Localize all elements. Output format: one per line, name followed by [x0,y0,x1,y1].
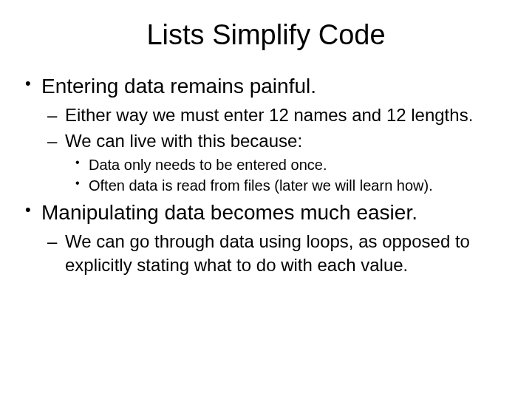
bullet-list-l2: Either way we must enter 12 names and 12… [41,103,511,195]
bullet-text: We can go through data using loops, as o… [65,231,470,274]
bullet-list-l2: We can go through data using loops, as o… [41,230,511,276]
bullet-text: Data only needs to be entered once. [89,157,327,173]
bullet-text: Often data is read from files (later we … [89,177,433,194]
bullet-text: Entering data remains painful. [41,75,316,98]
bullet-l2-item: Either way we must enter 12 names and 12… [44,103,511,126]
bullet-l2-item: We can live with this because: Data only… [44,129,511,195]
slide: Lists Simplify Code Entering data remain… [0,19,532,399]
bullet-text: Manipulating data becomes much easier. [41,201,417,224]
slide-title: Lists Simplify Code [0,19,532,51]
bullet-l3-item: Often data is read from files (later we … [72,176,511,195]
bullet-text: We can live with this because: [65,131,302,151]
bullet-list-l3: Data only needs to be entered once. Ofte… [65,155,511,195]
bullet-list-l1: Entering data remains painful. Either wa… [21,73,511,276]
bullet-text: Either way we must enter 12 names and 12… [65,105,473,125]
bullet-l1-item: Entering data remains painful. Either wa… [21,73,511,195]
slide-body: Entering data remains painful. Either wa… [0,73,532,276]
bullet-l3-item: Data only needs to be entered once. [72,155,511,174]
bullet-l2-item: We can go through data using loops, as o… [44,230,511,276]
bullet-l1-item: Manipulating data becomes much easier. W… [21,200,511,276]
